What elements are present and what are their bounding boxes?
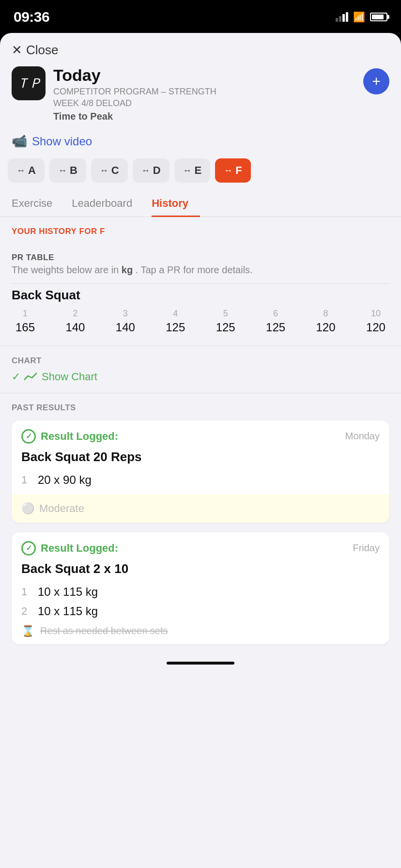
home-indicator [0,654,401,668]
pr-val-6: 125 [262,321,289,334]
show-chart-button[interactable]: ✓︎ Show Chart [12,371,389,383]
pr-val-4: 125 [162,321,189,334]
pr-table-desc: The weights below are in kg . Tap a PR f… [12,264,389,276]
result-rest-row-friday: ⌛ Rest as needed between sets [12,621,389,644]
result-set-detail-1: 20 x 90 kg [38,473,92,487]
pr-rep-5: 5 [212,309,239,319]
pr-cell-4[interactable]: 4 125 [162,309,189,334]
header-text: Today COMPETITOR PROGRAM – STRENGTH WEEK… [53,66,218,122]
exercise-tab-a[interactable]: ↔ A [8,158,45,183]
result-logged-text-friday: Result Logged: [41,542,118,555]
header-title: Today [53,66,218,84]
rest-text-friday: Rest as needed between sets [40,625,168,636]
exercise-tab-e[interactable]: ↔ E [174,158,211,183]
chart-section: CHART ✓︎ Show Chart [0,346,401,393]
show-video-button[interactable]: Show video [32,135,92,148]
result-day-friday: Friday [353,542,380,554]
signal-icon [336,12,348,22]
plus-icon: + [372,74,381,89]
close-icon: ✕ [12,43,22,58]
arrow-icon-a: ↔ [16,166,25,176]
result-set-1-monday: 1 20 x 90 kg [12,470,389,490]
result-set-detail-2-friday: 10 x 115 kg [38,604,98,618]
exercise-tab-c-label: C [111,164,119,177]
tab-leaderboard-label: Leaderboard [72,197,132,209]
result-set-num-1: 1 [21,474,31,486]
tab-exercise[interactable]: Exercise [12,190,64,217]
close-button[interactable]: ✕ Close [12,43,58,58]
result-logged-text-monday: Result Logged: [41,430,118,443]
pr-val-1: 165 [12,321,39,334]
header-section: ＴＰ Today COMPETITOR PROGRAM – STRENGTH W… [0,62,401,130]
exercise-tab-c[interactable]: ↔ C [91,158,128,183]
exercise-tab-b-label: B [70,164,77,177]
pr-cell-3[interactable]: 3 140 [112,309,139,334]
close-bar: ✕ Close [0,33,401,62]
tab-history[interactable]: History [152,190,200,217]
history-section: YOUR HISTORY FOR F [0,217,401,253]
history-letter: F [100,227,105,236]
pr-cell-10[interactable]: 10 120 [362,309,389,334]
check-icon-friday: ✓ [21,541,36,556]
pr-cell-8[interactable]: 8 120 [312,309,339,334]
pr-rep-6: 6 [262,309,289,319]
result-card-monday: ✓ Result Logged: Monday Back Squat 20 Re… [12,420,389,523]
moderate-icon: ⚪ [21,502,34,515]
add-button[interactable]: + [363,68,389,94]
exercise-tab-b[interactable]: ↔ B [49,158,86,183]
exercise-tab-f-label: F [235,164,242,177]
pr-cell-2[interactable]: 2 140 [62,309,89,334]
moderate-text: Moderate [39,502,84,515]
result-footer-monday: ⚪ Moderate [12,495,389,523]
result-logged-friday: ✓ Result Logged: [21,541,118,556]
video-camera-icon: 📹 [12,134,27,149]
header-left: ＴＰ Today COMPETITOR PROGRAM – STRENGTH W… [12,66,218,122]
pr-rep-4: 4 [162,309,189,319]
result-card-header-monday: ✓ Result Logged: Monday [12,420,389,450]
pr-cell-6[interactable]: 6 125 [262,309,289,334]
content-tabs: Exercise Leaderboard History [0,190,401,217]
pr-rep-10: 10 [362,309,389,319]
show-chart-label: Show Chart [42,371,97,383]
chart-label: CHART [12,356,389,366]
result-set-num-2-friday: 2 [21,605,31,618]
exercise-name: Back Squat [12,283,389,309]
result-set-detail-1-friday: 10 x 115 kg [38,585,98,599]
exercise-tab-a-label: A [28,164,36,177]
pr-val-3: 140 [112,321,139,334]
result-set-num-1-friday: 1 [21,586,31,598]
pr-cell-5[interactable]: 5 125 [212,309,239,334]
status-bar: 09:36 📶 [0,0,401,31]
result-set-2-friday: 2 10 x 115 kg [12,602,389,621]
pr-rep-2: 2 [62,309,89,319]
status-icons: 📶 [336,11,387,23]
arrow-icon-d: ↔ [141,166,150,176]
exercise-tabs: ↔ A ↔ B ↔ C ↔ D ↔ E ↔ F [0,156,401,190]
app-icon: ＴＰ [12,66,46,100]
arrow-icon-b: ↔ [58,166,67,176]
tab-leaderboard[interactable]: Leaderboard [72,190,144,217]
result-day-monday: Monday [345,431,380,442]
header-subtitle: COMPETITOR PROGRAM – STRENGTH WEEK 4/8 D… [53,86,218,109]
exercise-tab-d[interactable]: ↔ D [133,158,170,183]
result-exercise-name-monday: Back Squat 20 Reps [12,450,389,470]
app-icon-letters: ＴＰ [16,74,41,93]
arrow-icon-c: ↔ [100,166,108,176]
close-label: Close [26,43,58,58]
pr-val-5: 125 [212,321,239,334]
exercise-tab-f[interactable]: ↔ F [215,158,250,183]
pr-rep-8: 8 [312,309,339,319]
past-results-label: PAST RESULTS [12,403,389,413]
history-section-label: YOUR HISTORY FOR F [12,227,389,236]
pr-val-2: 140 [62,321,89,334]
battery-icon [370,13,387,21]
trend-icon-svg [24,372,37,382]
hourglass-icon: ⌛ [21,625,34,637]
show-video-row: 📹 Show video [0,130,401,156]
chart-trend-icon: ✓︎ [12,371,20,383]
result-card-header-friday: ✓ Result Logged: Friday [12,532,389,561]
result-set-1-friday: 1 10 x 115 kg [12,582,389,602]
pr-val-10: 120 [362,321,389,334]
pr-cell-1[interactable]: 1 165 [12,309,39,334]
result-logged-monday: ✓ Result Logged: [21,429,118,444]
